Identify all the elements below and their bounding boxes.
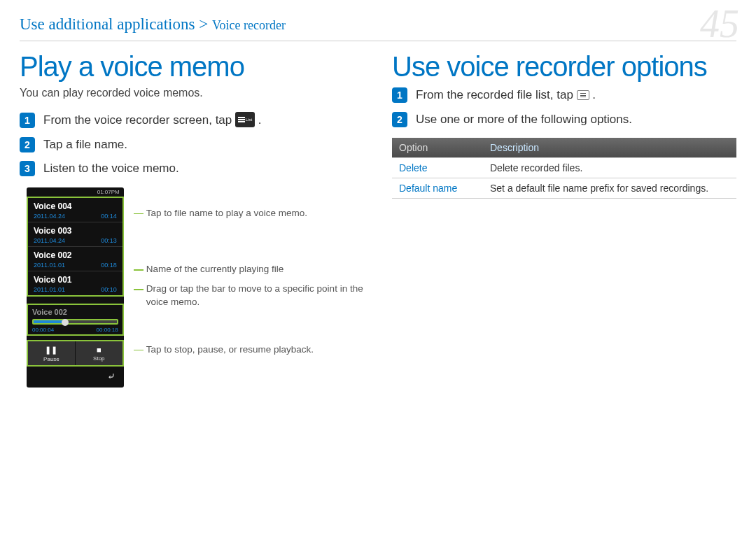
callout-controls: Tap to stop, pause, or resume playback. [134,343,364,356]
table-row: Delete Delete recorded files. [392,158,736,178]
elapsed-time: 00:00:04 [32,327,54,333]
option-name: Delete [392,158,483,178]
file-list: Voice 004 2011.04.2400:14 Voice 003 2011… [27,197,124,297]
device-status-bar: 01:07PM [27,187,124,197]
stop-button[interactable]: ■Stop [76,341,122,365]
col-header-description: Description [483,138,736,158]
step-1: 1 From the recorded file list, tap . [392,87,736,104]
left-column: Play a voice memo You can play recorded … [20,51,364,388]
step-badge: 2 [392,112,407,127]
step-badge: 2 [20,137,35,152]
option-desc: Set a default file name prefix for saved… [483,178,736,199]
list-icon: List [235,112,255,127]
callout-seek-bar: Drag or tap the bar to move to a specifi… [134,283,364,308]
callout-file-list: Tap to file name to play a voice memo. [134,207,364,220]
device-screenshot: 01:07PM Voice 004 2011.04.2400:14 Voice … [27,187,124,388]
list-item[interactable]: Voice 003 2011.04.2400:13 [28,222,122,247]
heading-play-memo: Play a voice memo [20,51,364,83]
right-column: Use voice recorder options 1 From the re… [392,51,736,388]
pause-icon: ❚❚ [28,346,75,355]
breadcrumb-subsection: Voice recorder [212,18,286,32]
list-item[interactable]: Voice 001 2011.01.0100:10 [28,271,122,295]
callout-nowplaying-name: Name of the currently playing file [134,263,364,276]
step-badge: 1 [392,87,407,103]
table-row: Default name Set a default file name pre… [392,178,736,199]
page-number: 45 [700,1,739,46]
playback-controls: ❚❚Pause ■Stop [27,340,124,367]
pause-button[interactable]: ❚❚Pause [28,341,76,365]
callout-column: Tap to file name to play a voice memo. N… [134,187,364,388]
step-2: 2 Tap a file name. [20,136,364,154]
breadcrumb: Use additional applications > Voice reco… [20,15,286,33]
step-1: 1 From the voice recorder screen, tap Li… [20,112,364,129]
option-name: Default name [392,178,483,199]
step-badge: 3 [20,161,35,176]
intro-text: You can play recorded voice memos. [20,87,364,99]
step-2: 2 Use one or more of the following optio… [392,111,736,129]
total-time: 00:00:18 [97,327,118,333]
back-button[interactable]: ⤶ [27,367,124,388]
breadcrumb-section: Use additional applications [20,15,195,33]
heading-recorder-options: Use voice recorder options [392,51,736,83]
col-header-option: Option [392,138,483,158]
now-playing-panel: Voice 002 00:00:04 00:00:18 [27,304,124,336]
stop-icon: ■ [76,346,122,354]
option-desc: Delete recorded files. [483,158,736,178]
options-table: Option Description Delete Delete recorde… [392,138,736,199]
step-3: 3 Listen to the voice memo. [20,160,364,178]
list-item[interactable]: Voice 002 2011.01.0100:18 [28,247,122,271]
seek-bar[interactable] [32,319,118,325]
step-badge: 1 [20,113,35,128]
list-item[interactable]: Voice 004 2011.04.2400:14 [28,198,122,222]
back-icon: ⤶ [107,371,115,382]
now-playing-title: Voice 002 [32,308,118,316]
menu-icon [577,90,589,100]
